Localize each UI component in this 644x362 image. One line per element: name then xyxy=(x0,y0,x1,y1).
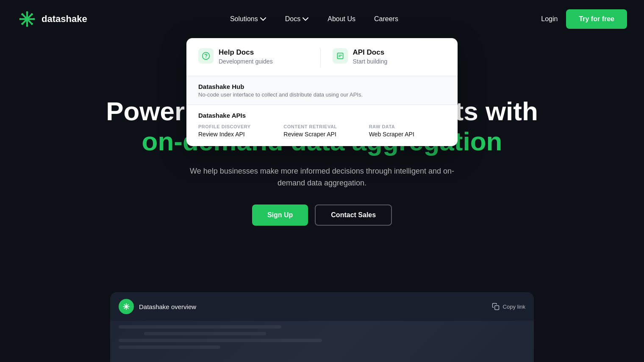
datashake-logo-icon xyxy=(17,9,37,29)
api-group-profile: Profile discovery Review Index API xyxy=(198,124,275,138)
video-header-left: Datashake overview xyxy=(119,299,196,314)
nav-careers[interactable]: Careers xyxy=(366,12,406,26)
hero-subtext: We help businesses make more informed de… xyxy=(178,165,466,190)
blur-row-4 xyxy=(119,345,220,349)
svg-point-10 xyxy=(31,23,33,25)
nav-about[interactable]: About Us xyxy=(320,12,363,26)
svg-point-12 xyxy=(21,23,23,25)
copy-icon xyxy=(492,303,500,310)
video-title: Datashake overview xyxy=(139,303,196,310)
api-label-content: Content Retrieval xyxy=(283,124,360,129)
dropdown-hub-section[interactable]: Datashake Hub No-code user interface to … xyxy=(186,76,458,105)
svg-point-25 xyxy=(129,306,130,307)
apis-grid: Profile discovery Review Index API Conte… xyxy=(198,124,446,138)
signup-button[interactable]: Sign Up xyxy=(252,204,308,226)
blur-row-1 xyxy=(119,325,281,329)
video-logo-icon xyxy=(119,299,134,314)
docs-chevron-icon xyxy=(302,16,309,22)
svg-point-7 xyxy=(19,18,22,20)
header-actions: Login Try for free xyxy=(541,9,627,29)
api-label-raw: Raw data xyxy=(369,124,446,129)
hero-buttons: Sign Up Contact Sales xyxy=(252,204,392,226)
api-group-content: Content Retrieval Review Scraper API xyxy=(283,124,360,138)
svg-point-9 xyxy=(21,13,23,15)
svg-point-24 xyxy=(123,306,124,307)
login-button[interactable]: Login xyxy=(541,15,558,23)
help-docs-desc: Development guides xyxy=(219,58,273,65)
brand-name: datashake xyxy=(42,14,87,25)
api-docs-title[interactable]: API Docs xyxy=(353,48,388,57)
svg-point-8 xyxy=(33,18,35,20)
logo-area[interactable]: datashake xyxy=(17,9,87,29)
header: datashake Solutions Docs About Us Career… xyxy=(0,0,644,38)
dropdown-apis-section: Datashake APIs Profile discovery Review … xyxy=(186,105,458,146)
help-docs-col: Help Docs Development guides xyxy=(198,48,320,67)
api-label-profile: Profile discovery xyxy=(198,124,275,129)
svg-point-6 xyxy=(26,25,28,27)
help-docs-header: Help Docs Development guides xyxy=(198,48,312,65)
main-nav: Solutions Docs About Us Careers xyxy=(222,12,406,26)
svg-rect-26 xyxy=(494,306,499,310)
blur-row-2 xyxy=(144,332,266,335)
bottom-section: Datashake overview Copy link xyxy=(0,284,644,362)
svg-point-23 xyxy=(126,309,127,310)
video-blur-overlay xyxy=(119,325,525,352)
review-scraper-api-link[interactable]: Review Scraper API xyxy=(283,131,360,138)
blur-row-3 xyxy=(119,339,322,342)
api-docs-header: API Docs Start building xyxy=(333,48,446,65)
hub-desc: No-code user interface to collect and di… xyxy=(198,91,446,98)
try-free-button[interactable]: Try for free xyxy=(566,9,627,29)
svg-point-5 xyxy=(26,11,28,14)
video-header: Datashake overview Copy link xyxy=(110,292,534,321)
copy-link-button[interactable]: Copy link xyxy=(492,303,525,310)
svg-point-11 xyxy=(31,13,33,15)
dropdown-top-section: Help Docs Development guides xyxy=(186,38,458,76)
review-index-api-link[interactable]: Review Index API xyxy=(198,131,275,138)
page-wrapper: datashake Solutions Docs About Us Career… xyxy=(0,0,644,362)
nav-docs[interactable]: Docs xyxy=(278,12,316,26)
nav-solutions[interactable]: Solutions xyxy=(222,12,274,26)
help-docs-title[interactable]: Help Docs xyxy=(219,48,273,57)
video-section: Datashake overview Copy link xyxy=(110,292,534,362)
web-scraper-api-link[interactable]: Web Scraper API xyxy=(369,131,446,138)
apis-title: Datashake APIs xyxy=(198,112,446,119)
api-docs-col: API Docs Start building xyxy=(320,48,446,67)
solutions-chevron-icon xyxy=(260,16,266,22)
api-group-raw: Raw data Web Scraper API xyxy=(369,124,446,138)
video-placeholder: <shake> xyxy=(110,321,534,362)
api-docs-desc: Start building xyxy=(353,58,388,65)
svg-point-22 xyxy=(126,304,127,304)
contact-sales-button[interactable]: Contact Sales xyxy=(315,204,392,226)
docs-dropdown: Help Docs Development guides xyxy=(186,38,458,146)
hub-title: Datashake Hub xyxy=(198,83,446,90)
svg-rect-15 xyxy=(337,53,343,58)
api-docs-icon xyxy=(333,48,348,64)
help-docs-icon xyxy=(198,48,214,64)
